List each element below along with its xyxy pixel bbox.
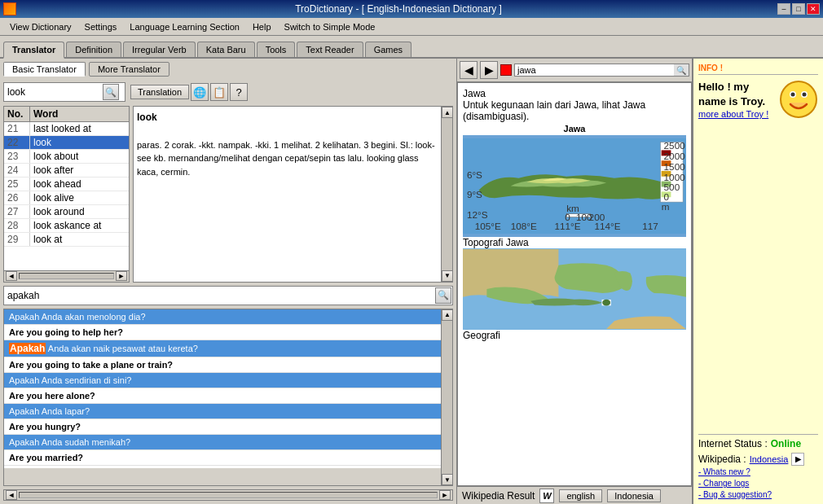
word-row[interactable]: 25 look ahead — [4, 177, 129, 191]
phrase-vscroll[interactable]: ▲ ▼ — [441, 309, 452, 486]
right-info-panel: INFO ! Hello ! my name is Troy. more abo… — [693, 59, 823, 504]
phrase-vscroll-down[interactable]: ▼ — [442, 474, 453, 485]
vscroll-up-arrow[interactable]: ▲ — [442, 107, 453, 118]
more-about-link[interactable]: more about Troy ! — [698, 109, 776, 119]
menu-view-dictionary[interactable]: View Dictionary — [3, 20, 78, 33]
phrase-row[interactable]: Apakah Anda akan naik pesawat atau keret… — [4, 340, 441, 357]
wiki-subtitle: Untuk kegunaan lain dari Jawa, lihat Jaw… — [463, 99, 686, 122]
phrase-row[interactable]: Are you here alone? — [4, 388, 441, 404]
word-list-scroll[interactable]: 21 last looked at 22 look 23 look about — [4, 122, 129, 270]
phrase-list[interactable]: Apakah Anda akan menolong dia? Are you g… — [4, 309, 441, 468]
subtab-basic-translator[interactable]: Basic Translator — [3, 62, 86, 77]
word-row[interactable]: 29 look at — [4, 233, 129, 247]
phrase-search-input[interactable] — [5, 289, 435, 302]
svg-point-31 — [781, 81, 816, 117]
phrase-row[interactable]: Apakah Anda sudah menikah? — [4, 435, 441, 450]
translation-button[interactable]: Translation — [130, 85, 189, 99]
globe-button[interactable]: 🌐 — [191, 83, 209, 101]
scroll-left-arrow[interactable]: ◄ — [6, 271, 17, 281]
scroll-track[interactable] — [19, 273, 114, 279]
phrase-row[interactable]: Apakah Anda lapar? — [4, 404, 441, 419]
subtab-more-translator[interactable]: More Translator — [89, 62, 169, 77]
tab-games[interactable]: Games — [365, 42, 412, 57]
tab-tools[interactable]: Tools — [257, 42, 296, 57]
menu-simple-mode[interactable]: Switch to Simple Mode — [278, 20, 382, 33]
word-search-button[interactable]: 🔍 — [103, 84, 119, 100]
wiki-content-scroll[interactable]: Jawa Untuk kegunaan lain dari Jawa, liha… — [458, 83, 691, 485]
info-status-section: Internet Status : Online Wikipedia : Ind… — [698, 434, 818, 499]
phrase-vscroll-up[interactable]: ▲ — [442, 309, 453, 321]
tab-definition[interactable]: Definition — [66, 42, 121, 57]
tab-translator[interactable]: Translator — [3, 42, 64, 59]
internet-status-value: Online — [771, 438, 801, 449]
change-logs-link[interactable]: - Change logs — [698, 479, 818, 488]
copy-button[interactable]: 📋 — [210, 83, 228, 101]
close-button[interactable]: ✕ — [807, 3, 820, 15]
minimize-button[interactable]: – — [777, 3, 790, 15]
phrase-row[interactable]: Are you hungry? — [4, 419, 441, 435]
wiki-stop-button[interactable] — [500, 64, 512, 76]
wikipedia-button[interactable]: ▶ — [791, 453, 804, 466]
svg-text:m: m — [662, 201, 670, 212]
wiki-location-map — [463, 248, 686, 330]
wiki-title: Jawa — [463, 88, 686, 99]
phrase-row[interactable]: Apakah Anda sendirian di sini? — [4, 373, 441, 388]
scroll-right-arrow[interactable]: ► — [116, 271, 127, 281]
word-search-input[interactable] — [5, 85, 103, 99]
word-row[interactable]: 22 look — [4, 136, 129, 150]
wiki-search-container: 🔍 — [514, 64, 689, 77]
vscroll-down-arrow[interactable]: ▼ — [442, 270, 453, 282]
word-row[interactable]: 23 look about — [4, 150, 129, 164]
bug-suggestion-link[interactable]: - Bug & suggestion? — [698, 490, 818, 499]
tab-text-reader[interactable]: Text Reader — [297, 42, 363, 57]
phrase-scroll-track[interactable] — [19, 492, 438, 498]
word-row[interactable]: 24 look after — [4, 164, 129, 177]
svg-text:200: 200 — [589, 212, 605, 222]
info-label: INFO ! — [698, 64, 818, 75]
phrase-row[interactable]: Are you going to help her? — [4, 325, 441, 340]
wiki-nav-bar: ◀ ▶ 🔍 — [457, 59, 692, 82]
wikipedia-link[interactable]: Indonesia — [750, 454, 789, 464]
phrase-scroll-right[interactable]: ► — [439, 490, 451, 500]
header-no: No. — [4, 107, 30, 121]
phrase-hscrollbar[interactable]: ◄ ► — [3, 489, 453, 501]
wiki-forward-button[interactable]: ▶ — [480, 61, 498, 79]
info-hello-section: Hello ! my name is Troy. more about Troy… — [698, 80, 818, 119]
phrase-row[interactable]: Are you going to take a plane or train? — [4, 357, 441, 373]
word-list-hscrollbar[interactable]: ◄ ► — [4, 270, 129, 282]
phrase-search-row: 🔍 — [3, 286, 453, 305]
vscroll-track[interactable] — [442, 118, 452, 270]
wiki-map-title: Jawa — [463, 124, 686, 134]
wiki-english-button[interactable]: english — [559, 489, 602, 502]
svg-point-34 — [791, 93, 795, 97]
svg-text:12°S: 12°S — [467, 209, 488, 220]
menu-language-learning[interactable]: Language Learning Section — [123, 20, 246, 33]
phrase-scroll-left[interactable]: ◄ — [6, 490, 17, 500]
wiki-back-button[interactable]: ◀ — [460, 61, 478, 79]
phrase-row[interactable]: Are you married? — [4, 450, 441, 466]
wiki-map-caption: Topografi Jawa — [463, 237, 686, 248]
wiki-indonesia-button[interactable]: Indonesia — [607, 489, 661, 502]
info-links: - Whats new ? - Change logs - Bug & sugg… — [698, 467, 818, 499]
titlebar-controls[interactable]: – □ ✕ — [777, 3, 820, 15]
word-row[interactable]: 28 look askance at — [4, 219, 129, 233]
translation-vscroll[interactable]: ▲ ▼ — [441, 107, 452, 282]
word-row[interactable]: 21 last looked at — [4, 122, 129, 136]
phrase-vscroll-track[interactable] — [442, 321, 452, 475]
wiki-search-input[interactable] — [515, 64, 674, 76]
whats-new-link[interactable]: - Whats new ? — [698, 467, 818, 476]
maximize-button[interactable]: □ — [792, 3, 805, 15]
translation-toolbar: Translation 🌐 📋 ? — [129, 81, 249, 103]
phrase-search-button[interactable]: 🔍 — [435, 287, 451, 304]
menu-settings[interactable]: Settings — [78, 20, 124, 33]
wiki-topo-map: 2500 2000 1500 1000 500 0 m 6°S — [463, 135, 686, 237]
menu-help[interactable]: Help — [246, 20, 278, 33]
word-list-header: No. Word — [4, 107, 129, 122]
word-row[interactable]: 26 look alive — [4, 191, 129, 205]
phrase-row[interactable]: Apakah Anda akan menolong dia? — [4, 309, 441, 325]
word-row[interactable]: 27 look around — [4, 205, 129, 219]
tab-irregular-verb[interactable]: Irregular Verb — [123, 42, 196, 57]
tab-kata-baru[interactable]: Kata Baru — [197, 42, 255, 57]
help-button[interactable]: ? — [230, 83, 248, 101]
wiki-vscroll[interactable] — [676, 82, 688, 486]
